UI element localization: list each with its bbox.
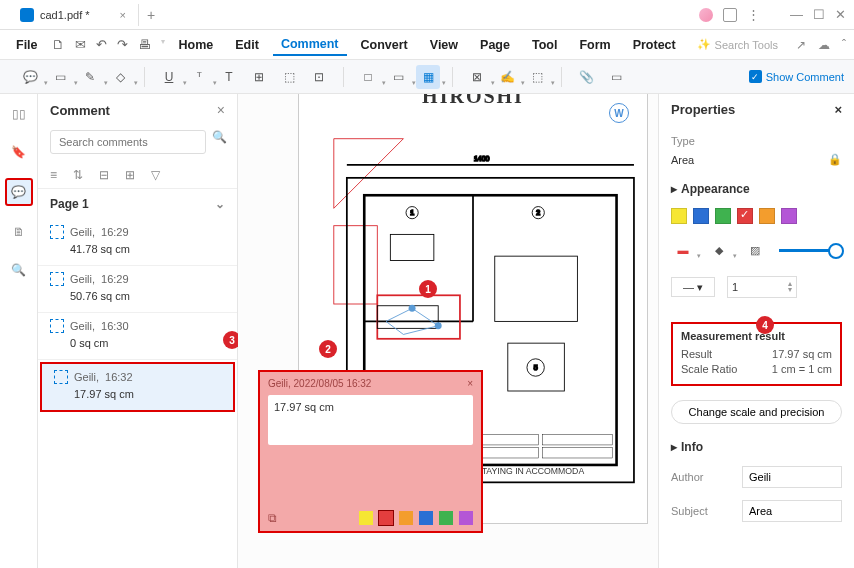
- comment-panel-toggle[interactable]: ▭: [604, 65, 628, 89]
- popup-swatch[interactable]: [459, 511, 473, 525]
- eraser-tool[interactable]: ◇: [108, 65, 132, 89]
- undo-icon[interactable]: ↶: [96, 37, 107, 52]
- svg-rect-17: [377, 306, 438, 329]
- comments-icon[interactable]: 💬: [5, 178, 33, 206]
- line-style-select[interactable]: — ▾: [671, 277, 715, 297]
- search-icon[interactable]: 🔍: [212, 130, 227, 154]
- underline-tool[interactable]: U: [157, 65, 181, 89]
- popup-body[interactable]: 17.97 sq cm: [268, 395, 473, 445]
- collapse-ribbon-icon[interactable]: ˆ: [842, 38, 846, 52]
- more-icon[interactable]: ⋮: [747, 7, 760, 22]
- tab-close-icon[interactable]: ×: [120, 9, 126, 21]
- text-markup-tool[interactable]: ᵀ: [187, 65, 211, 89]
- menu-view[interactable]: View: [422, 35, 466, 55]
- mail-icon[interactable]: ✉: [75, 37, 86, 52]
- swatch-purple[interactable]: [781, 208, 797, 224]
- attachments-icon[interactable]: 🗎: [7, 220, 31, 244]
- quick-icons: 🗋 ✉ ↶ ↷ 🖶 ▾: [52, 37, 165, 52]
- popup-swatch[interactable]: [439, 511, 453, 525]
- popup-swatch[interactable]: [359, 511, 373, 525]
- info-header[interactable]: ▸ Info: [671, 440, 842, 454]
- popup-copy-icon[interactable]: ⧉: [268, 511, 277, 525]
- search-panel-icon[interactable]: 🔍: [7, 258, 31, 282]
- filter1-icon[interactable]: ⊟: [99, 168, 109, 182]
- minimize-button[interactable]: —: [790, 7, 803, 22]
- textbox-tool[interactable]: ⊞: [247, 65, 271, 89]
- menu-home[interactable]: Home: [171, 35, 222, 55]
- account-icon[interactable]: [699, 8, 713, 22]
- save-icon[interactable]: 🗋: [52, 37, 65, 52]
- open-external-icon[interactable]: ↗: [796, 38, 806, 52]
- author-input[interactable]: [742, 466, 842, 488]
- line-width-input[interactable]: 1▴▾: [727, 276, 797, 298]
- show-comment-toggle[interactable]: ✓ Show Comment: [749, 70, 844, 83]
- page-header[interactable]: Page 1⌄: [38, 189, 237, 219]
- svg-rect-7: [390, 234, 434, 260]
- swatch-green[interactable]: [715, 208, 731, 224]
- comment-item[interactable]: Geili,16:29 50.76 sq cm: [38, 266, 237, 313]
- comment-search-input[interactable]: [50, 130, 206, 154]
- callout-tool[interactable]: ⬚: [277, 65, 301, 89]
- attachment-tool[interactable]: ⬚: [525, 65, 549, 89]
- close-button[interactable]: ✕: [835, 7, 846, 22]
- type-label: Type: [671, 135, 842, 147]
- stamp-tool[interactable]: ▭: [386, 65, 410, 89]
- area-measure-tool[interactable]: ▦: [416, 65, 440, 89]
- paperclip-icon[interactable]: 📎: [574, 65, 598, 89]
- close-panel-icon[interactable]: ×: [217, 102, 225, 118]
- comment-item-selected[interactable]: Geili,16:32 17.97 sq cm: [40, 362, 235, 412]
- sort-icon[interactable]: ⇅: [73, 168, 83, 182]
- filter-funnel-icon[interactable]: ▽: [151, 168, 160, 182]
- swatch-blue[interactable]: [693, 208, 709, 224]
- appearance-header[interactable]: ▸ Appearance: [671, 182, 842, 196]
- note-tool[interactable]: 💬: [18, 65, 42, 89]
- fill-color-picker[interactable]: ◆: [707, 238, 731, 262]
- typewriter-tool[interactable]: T: [217, 65, 241, 89]
- change-scale-button[interactable]: Change scale and precision: [671, 400, 842, 424]
- menu-convert[interactable]: Convert: [353, 35, 416, 55]
- popup-swatch[interactable]: [419, 511, 433, 525]
- highlight-field-tool[interactable]: ▭: [48, 65, 72, 89]
- file-menu[interactable]: File: [8, 35, 46, 55]
- menu-tool[interactable]: Tool: [524, 35, 565, 55]
- pattern-picker[interactable]: ▨: [743, 238, 767, 262]
- close-properties-icon[interactable]: ×: [834, 102, 842, 117]
- comment-popup[interactable]: Geili, 2022/08/05 16:32 × 17.97 sq cm ⧉: [258, 370, 483, 533]
- pencil-tool[interactable]: ✎: [78, 65, 102, 89]
- swatch-orange[interactable]: [759, 208, 775, 224]
- swatch-red[interactable]: [737, 208, 753, 224]
- thumbnails-icon[interactable]: ▯▯: [7, 102, 31, 126]
- menu-page[interactable]: Page: [472, 35, 518, 55]
- menu-form[interactable]: Form: [571, 35, 618, 55]
- file-tab[interactable]: cad1.pdf * ×: [8, 4, 139, 26]
- comment-item[interactable]: Geili,16:30 0 sq cm 3: [38, 313, 237, 360]
- comment-item[interactable]: Geili,16:29 41.78 sq cm: [38, 219, 237, 266]
- menu-comment[interactable]: Comment: [273, 34, 347, 56]
- properties-title: Properties: [671, 102, 735, 117]
- menu-edit[interactable]: Edit: [227, 35, 267, 55]
- cloud-icon[interactable]: ☁: [818, 38, 830, 52]
- print-icon[interactable]: 🖶: [138, 37, 151, 52]
- bookmarks-icon[interactable]: 🔖: [7, 140, 31, 164]
- shape-tool[interactable]: □: [356, 65, 380, 89]
- search-tools[interactable]: Search Tools: [697, 38, 778, 51]
- maximize-button[interactable]: ☐: [813, 7, 825, 22]
- svg-text:TAYING IN ACCOMMODA: TAYING IN ACCOMMODA: [482, 466, 585, 476]
- menu-protect[interactable]: Protect: [625, 35, 684, 55]
- border-color-picker[interactable]: ▬: [671, 238, 695, 262]
- signature-tool[interactable]: ✍: [495, 65, 519, 89]
- swatch-yellow[interactable]: [671, 208, 687, 224]
- filter2-icon[interactable]: ⊞: [125, 168, 135, 182]
- popup-swatch[interactable]: [379, 511, 393, 525]
- subject-input[interactable]: [742, 500, 842, 522]
- opacity-slider[interactable]: [779, 249, 842, 252]
- popup-close-icon[interactable]: ×: [467, 378, 473, 389]
- new-tab-button[interactable]: +: [147, 7, 155, 23]
- stamp2-tool[interactable]: ⊠: [465, 65, 489, 89]
- lock-icon[interactable]: 🔒: [828, 153, 842, 166]
- popup-swatch[interactable]: [399, 511, 413, 525]
- expand-all-icon[interactable]: ≡: [50, 168, 57, 182]
- extension-icon[interactable]: [723, 8, 737, 22]
- redo-icon[interactable]: ↷: [117, 37, 128, 52]
- text-callout-tool[interactable]: ⊡: [307, 65, 331, 89]
